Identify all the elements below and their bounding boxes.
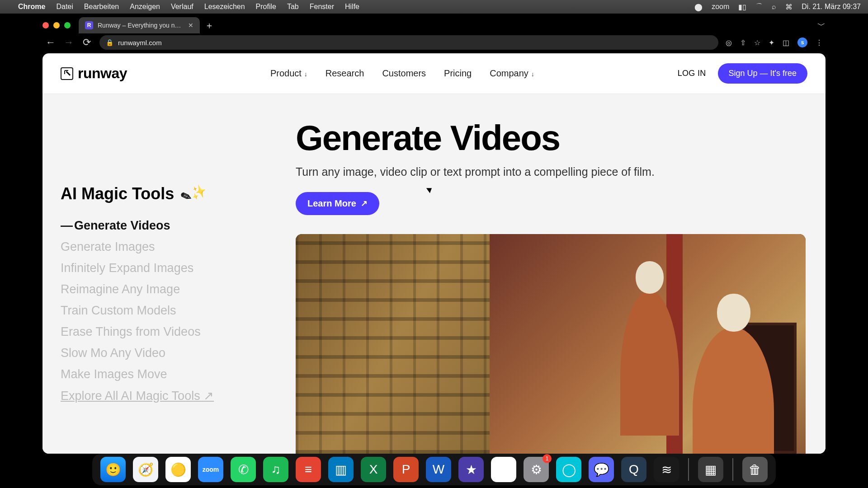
magic-wand-icon: ✎✨ (179, 183, 208, 206)
arrow-upright-icon: ↗ (361, 198, 368, 208)
tab-favicon-icon: R (85, 21, 93, 29)
signup-button[interactable]: Sign Up — It's free (718, 63, 808, 84)
spotlight-icon[interactable]: ⌕ (772, 3, 776, 11)
dock-app-icon[interactable]: ◯ (556, 457, 581, 482)
chevron-down-icon: ↓ (302, 70, 307, 78)
menu-hilfe[interactable]: Hilfe (345, 3, 359, 11)
dock-separator (732, 458, 733, 481)
tab-strip: R Runway – Everything you need ✕ ＋ ﹀ (42, 14, 826, 33)
dock-separator (688, 458, 689, 481)
menu-verlauf[interactable]: Verlauf (171, 3, 193, 11)
sidebar-explore-all-link[interactable]: Explore All AI Magic Tools ↗ (61, 389, 278, 403)
menu-lesezeichen[interactable]: Lesezeichen (204, 3, 245, 11)
sidebar-item-generate-videos[interactable]: Generate Videos (61, 219, 278, 233)
sidebar-item-train-models[interactable]: Train Custom Models (61, 304, 278, 318)
dock-audio-icon[interactable]: ≋ (654, 457, 679, 482)
sidebar: AI Magic Tools ✎✨ Generate Videos Genera… (42, 94, 296, 454)
tab-title: Runway – Everything you need (98, 22, 184, 29)
menu-anzeigen[interactable]: Anzeigen (130, 3, 160, 11)
sidepanel-icon[interactable]: ◫ (783, 38, 789, 47)
fullscreen-window-button[interactable] (64, 22, 71, 28)
video-left-panel (296, 234, 490, 454)
extensions-icon[interactable]: ✦ (769, 38, 774, 47)
forward-button[interactable]: → (63, 37, 74, 48)
learn-more-label: Learn More (307, 198, 356, 209)
dock-spotify-icon[interactable]: ♫ (263, 457, 288, 482)
dock-safari-icon[interactable]: 🧭 (133, 457, 158, 482)
dock-whatsapp-icon[interactable]: ✆ (231, 457, 256, 482)
primary-nav: Product ↓ Research Customers Pricing Com… (127, 68, 678, 79)
dock-calculator-icon[interactable]: ▦ (698, 457, 723, 482)
menu-datei[interactable]: Datei (56, 3, 73, 11)
minimize-window-button[interactable] (53, 22, 60, 28)
page-subhead: Turn any image, video clip or text promp… (296, 165, 806, 178)
back-button[interactable]: ← (45, 37, 56, 48)
page-headline: Generate Videos (296, 120, 806, 156)
address-bar[interactable]: 🔒 runwayml.com (99, 35, 718, 50)
profile-avatar[interactable]: s (797, 38, 807, 47)
dock-settings-badge: 1 (542, 454, 552, 463)
chevron-down-icon: ↓ (529, 70, 534, 78)
sidebar-item-erase[interactable]: Erase Things from Videos (61, 325, 278, 339)
dock-finder-icon[interactable]: 🙂 (100, 457, 126, 482)
battery-icon[interactable]: ▮▯ (738, 3, 746, 11)
sidebar-item-expand-images[interactable]: Infinitely Expand Images (61, 261, 278, 275)
dock-quicktime-icon[interactable]: Q (621, 457, 646, 482)
browser-tab[interactable]: R Runway – Everything you need ✕ (79, 17, 200, 33)
zoom-menubar-label[interactable]: zoom (712, 3, 729, 11)
menu-fenster[interactable]: Fenster (310, 3, 334, 11)
google-lens-icon[interactable]: ◎ (726, 38, 732, 47)
dock-settings-icon[interactable]: ⚙1 (524, 457, 549, 482)
kebab-menu-icon[interactable]: ⋮ (816, 38, 823, 47)
main-area: AI Magic Tools ✎✨ Generate Videos Genera… (42, 94, 826, 454)
sidebar-item-slow-mo[interactable]: Slow Mo Any Video (61, 346, 278, 360)
dock-todoist-icon[interactable]: ≡ (296, 457, 321, 482)
nav-company[interactable]: Company ↓ (490, 68, 534, 79)
sidebar-item-reimagine[interactable]: Reimagine Any Image (61, 282, 278, 296)
menubar-clock[interactable]: Di. 21. März 09:37 (802, 3, 861, 11)
dock-zoom-icon[interactable]: zoom (198, 457, 223, 482)
mouse-cursor-icon (428, 186, 434, 195)
dock-word-icon[interactable]: W (426, 457, 451, 482)
nav-customers[interactable]: Customers (382, 68, 426, 79)
content-column: Generate Videos Turn any image, video cl… (296, 94, 826, 454)
close-window-button[interactable] (42, 22, 49, 28)
record-indicator-icon[interactable]: ⬤ (694, 3, 703, 11)
url-text: runwayml.com (118, 39, 162, 47)
dock-discord-icon[interactable]: 💬 (589, 457, 614, 482)
dock-excel-icon[interactable]: X (361, 457, 386, 482)
dock-trello-icon[interactable]: ▥ (328, 457, 354, 482)
dock-trash-icon[interactable]: 🗑 (742, 457, 768, 482)
window-controls (42, 22, 71, 28)
brand-logo[interactable]: runway (61, 65, 127, 82)
close-tab-icon[interactable]: ✕ (188, 22, 193, 29)
menu-profile[interactable]: Profile (256, 3, 276, 11)
dock: 🙂 🧭 🟡 zoom ✆ ♫ ≡ ▥ X P W ★ ▲ ⚙1 ◯ 💬 Q ≋ … (92, 454, 776, 485)
app-name[interactable]: Chrome (18, 3, 45, 11)
wifi-icon[interactable]: ⌒ (755, 2, 763, 12)
sidebar-item-generate-images[interactable]: Generate Images (61, 240, 278, 254)
share-icon[interactable]: ⇧ (740, 38, 746, 47)
learn-more-button[interactable]: Learn More ↗ (296, 192, 379, 215)
video-right-panel (490, 234, 806, 454)
mac-menubar: Chrome Datei Bearbeiten Anzeigen Verlauf… (0, 0, 868, 14)
tool-list: Generate Videos Generate Images Infinite… (61, 219, 278, 403)
control-center-icon[interactable]: ⌘ (785, 3, 793, 11)
sidebar-item-make-move[interactable]: Make Images Move (61, 367, 278, 381)
nav-product[interactable]: Product ↓ (270, 68, 307, 79)
dock-chrome-icon[interactable]: 🟡 (165, 457, 191, 482)
dock-drive-icon[interactable]: ▲ (491, 457, 516, 482)
bookmark-star-icon[interactable]: ☆ (754, 38, 760, 47)
reload-button[interactable]: ⟳ (81, 37, 92, 48)
menu-tab[interactable]: Tab (287, 3, 299, 11)
new-tab-button[interactable]: ＋ (203, 19, 216, 32)
page-viewport: runway Product ↓ Research Customers Pric… (42, 53, 826, 454)
nav-research[interactable]: Research (326, 68, 364, 79)
dock-powerpoint-icon[interactable]: P (393, 457, 419, 482)
tab-list-chevron-icon[interactable]: ﹀ (817, 20, 826, 31)
login-link[interactable]: LOG IN (678, 69, 706, 78)
menu-bearbeiten[interactable]: Bearbeiten (84, 3, 119, 11)
dock-imovie-icon[interactable]: ★ (458, 457, 484, 482)
nav-pricing[interactable]: Pricing (444, 68, 472, 79)
brand-wordmark: runway (78, 65, 127, 82)
